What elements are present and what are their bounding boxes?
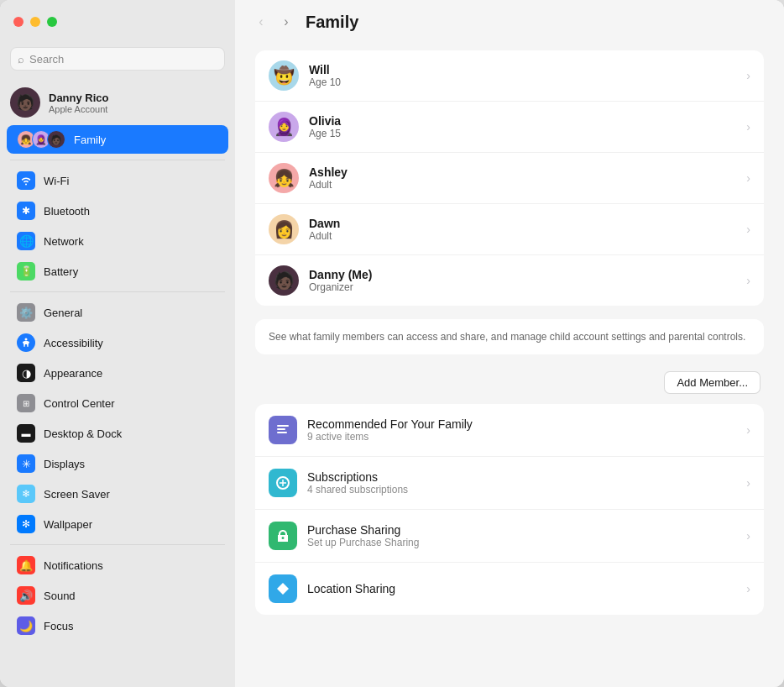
table-row[interactable]: 🧑🏿 Danny (Me) Organizer › bbox=[255, 255, 764, 306]
sidebar-item-label-displays: Displays bbox=[44, 458, 85, 470]
general-icon: ⚙️ bbox=[17, 303, 35, 322]
forward-button[interactable]: › bbox=[277, 13, 295, 31]
sidebar-item-appearance[interactable]: ◑ Appearance bbox=[7, 359, 228, 387]
chevron-right-icon: › bbox=[746, 582, 750, 595]
feature-detail: 4 shared subscriptions bbox=[307, 484, 736, 496]
feature-name: Purchase Sharing bbox=[307, 523, 736, 537]
page-title: Family bbox=[306, 13, 358, 32]
member-name: Ashley bbox=[309, 165, 736, 179]
subscriptions-icon bbox=[269, 469, 297, 497]
member-info-olivia: Olivia Age 15 bbox=[309, 114, 736, 139]
chevron-right-icon: › bbox=[746, 476, 750, 490]
chevron-right-icon: › bbox=[746, 223, 750, 236]
list-item[interactable]: Subscriptions 4 shared subscriptions › bbox=[255, 457, 764, 510]
minimize-button[interactable] bbox=[30, 17, 40, 27]
divider-3 bbox=[10, 544, 225, 545]
sidebar-item-wallpaper[interactable]: ✻ Wallpaper bbox=[7, 510, 228, 538]
avatar-olivia: 🧕 bbox=[269, 112, 299, 142]
screensaver-icon: ❄ bbox=[17, 485, 35, 503]
accessibility-icon bbox=[17, 333, 35, 352]
member-detail: Age 15 bbox=[309, 128, 736, 139]
sidebar-item-label-battery: Battery bbox=[44, 265, 78, 278]
member-detail: Adult bbox=[309, 179, 736, 191]
member-name: Will bbox=[309, 63, 736, 76]
search-placeholder: Search bbox=[29, 53, 64, 66]
member-info-danny: Danny (Me) Organizer bbox=[309, 268, 736, 293]
bluetooth-icon: ✱ bbox=[17, 202, 35, 220]
sidebar-item-controlcenter[interactable]: ⊞ Control Center bbox=[7, 389, 228, 417]
avatar-danny: 🧑🏿 bbox=[269, 265, 299, 296]
account-name: Danny Rico bbox=[49, 92, 109, 104]
displays-icon: ✳ bbox=[17, 454, 35, 473]
battery-icon: 🔋 bbox=[17, 262, 35, 281]
member-detail: Adult bbox=[309, 230, 736, 242]
chevron-right-icon: › bbox=[746, 529, 750, 543]
feature-detail: 9 active items bbox=[307, 431, 736, 443]
list-item[interactable]: Recommended For Your Family 9 active ite… bbox=[255, 404, 764, 457]
add-member-row: Add Member... bbox=[255, 361, 764, 404]
sidebar-item-general[interactable]: ⚙️ General bbox=[7, 298, 228, 327]
sidebar-item-label-focus: Focus bbox=[44, 620, 73, 632]
avatar: 🧑🏿 bbox=[10, 87, 40, 118]
sidebar-item-wifi[interactable]: Wi-Fi bbox=[7, 166, 228, 195]
chevron-right-icon: › bbox=[746, 69, 750, 82]
search-bar[interactable]: ⌕ Search bbox=[10, 47, 225, 71]
feature-info: Purchase Sharing Set up Purchase Sharing bbox=[307, 523, 736, 548]
sidebar-item-label-screensaver: Screen Saver bbox=[44, 488, 110, 501]
sidebar-item-notifications[interactable]: 🔔 Notifications bbox=[7, 551, 228, 579]
appearance-icon: ◑ bbox=[17, 364, 35, 382]
sidebar-item-label-desktopdock: Desktop & Dock bbox=[44, 427, 122, 440]
member-name: Danny (Me) bbox=[309, 268, 736, 281]
divider-2 bbox=[10, 291, 225, 292]
sidebar-item-screensaver[interactable]: ❄ Screen Saver bbox=[7, 480, 228, 508]
sound-icon: 🔊 bbox=[17, 586, 35, 605]
sidebar-item-label-appearance: Appearance bbox=[44, 367, 102, 380]
sidebar-item-desktopdock[interactable]: ▬ Desktop & Dock bbox=[7, 419, 228, 448]
avatar-ashley: 👧 bbox=[269, 163, 299, 193]
network-icon: 🌐 bbox=[17, 232, 35, 250]
sidebar-item-network[interactable]: 🌐 Network bbox=[7, 227, 228, 255]
sidebar-item-label-bluetooth: Bluetooth bbox=[44, 205, 90, 218]
sidebar-item-accessibility[interactable]: Accessibility bbox=[7, 328, 228, 357]
feature-info: Location Sharing bbox=[307, 582, 736, 595]
sidebar-item-focus[interactable]: 🌙 Focus bbox=[7, 611, 228, 640]
purchase-icon bbox=[269, 522, 297, 550]
chevron-right-icon: › bbox=[746, 120, 750, 134]
add-member-button[interactable]: Add Member... bbox=[664, 371, 760, 394]
feature-info: Subscriptions 4 shared subscriptions bbox=[307, 470, 736, 496]
account-info: Danny Rico Apple Account bbox=[49, 92, 109, 114]
sidebar-item-bluetooth[interactable]: ✱ Bluetooth bbox=[7, 197, 228, 225]
location-icon bbox=[269, 574, 297, 603]
table-row[interactable]: 🧕 Olivia Age 15 › bbox=[255, 102, 764, 153]
chevron-right-icon: › bbox=[746, 274, 750, 287]
avatar-dawn: 👩 bbox=[269, 214, 299, 244]
main-scroll: 🤠 Will Age 10 › 🧕 Olivia Age 15 › bbox=[235, 44, 784, 687]
table-row[interactable]: 👧 Ashley Adult › bbox=[255, 153, 764, 204]
member-detail: Age 10 bbox=[309, 76, 736, 88]
back-button[interactable]: ‹ bbox=[252, 13, 270, 31]
list-item[interactable]: Location Sharing › bbox=[255, 563, 764, 615]
sidebar-item-displays[interactable]: ✳ Displays bbox=[7, 449, 228, 478]
wifi-icon bbox=[17, 171, 35, 190]
member-info-dawn: Dawn Adult bbox=[309, 217, 736, 242]
description-text: See what family members can access and s… bbox=[255, 319, 764, 354]
members-card: 🤠 Will Age 10 › 🧕 Olivia Age 15 › bbox=[255, 50, 764, 306]
titlebar bbox=[0, 0, 235, 44]
sidebar-item-label-wifi: Wi-Fi bbox=[44, 175, 69, 187]
table-row[interactable]: 🤠 Will Age 10 › bbox=[255, 50, 764, 102]
avatar-will: 🤠 bbox=[269, 60, 299, 91]
account-section[interactable]: 🧑🏿 Danny Rico Apple Account bbox=[0, 81, 235, 124]
feature-name: Location Sharing bbox=[307, 582, 736, 595]
list-item[interactable]: Purchase Sharing Set up Purchase Sharing… bbox=[255, 510, 764, 563]
sidebar-item-label-network: Network bbox=[44, 235, 84, 248]
member-name: Olivia bbox=[309, 114, 736, 128]
close-button[interactable] bbox=[13, 17, 24, 27]
sidebar-item-battery[interactable]: 🔋 Battery bbox=[7, 257, 228, 286]
main-header: ‹ › Family bbox=[235, 0, 784, 44]
maximize-button[interactable] bbox=[47, 17, 57, 27]
sidebar-item-sound[interactable]: 🔊 Sound bbox=[7, 581, 228, 610]
svg-rect-2 bbox=[277, 428, 285, 430]
table-row[interactable]: 👩 Dawn Adult › bbox=[255, 204, 764, 255]
sidebar-item-family[interactable]: 👧 🧕 🧑🏿 Family bbox=[7, 125, 228, 154]
wallpaper-icon: ✻ bbox=[17, 515, 35, 533]
